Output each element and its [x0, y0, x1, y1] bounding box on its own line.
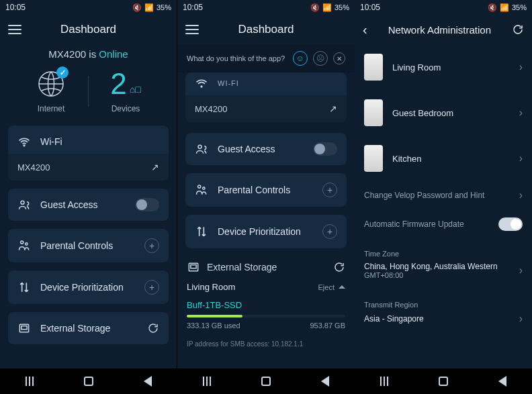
wifi-network-row[interactable]: MX4200 ↗: [8, 154, 169, 181]
menu-button[interactable]: [185, 25, 199, 34]
screen-2-dashboard-scrolled: 10:05 🔇 📶 35% Dashboard What do you thin…: [177, 0, 355, 394]
parental-label: Parental Controls: [218, 185, 290, 195]
feedback-close-button[interactable]: ✕: [333, 52, 345, 64]
feedback-prompt: What do you think of the app?: [187, 54, 287, 62]
back-button[interactable]: ‹: [363, 22, 367, 38]
eject-button[interactable]: Eject: [318, 283, 345, 291]
clock: 10:05: [360, 3, 380, 12]
node-icon: [364, 145, 383, 172]
app-header: Dashboard: [177, 15, 355, 44]
wifi-name: MX4200: [195, 104, 227, 114]
guest-access-tile[interactable]: Guest Access: [8, 189, 169, 221]
nav-home-button[interactable]: [261, 377, 271, 386]
timezone-row[interactable]: China, Hong Kong, Australia Western GMT+…: [355, 260, 532, 287]
wifi-name: MX4200: [17, 162, 50, 173]
nav-home-button[interactable]: [439, 377, 448, 386]
priority-label: Device Prioritization: [40, 282, 124, 293]
region-row[interactable]: Asia - Singapore ›: [355, 311, 532, 333]
firmware-update-row[interactable]: Automatic Firmware Update: [355, 209, 532, 239]
usage-row: 333.13 GB used 953.87 GB: [185, 317, 347, 334]
wifi-status-icon: 📶: [500, 3, 509, 12]
svg-point-7: [201, 86, 202, 87]
battery-text: 35%: [335, 3, 349, 11]
svg-rect-6: [21, 326, 27, 330]
wifi-status-icon: 📶: [322, 3, 332, 12]
timezone-offset: GMT+08:00: [364, 271, 510, 279]
device-priority-tile[interactable]: Device Prioritization +: [8, 270, 169, 304]
node-row-living-room[interactable]: Living Room ›: [355, 44, 532, 90]
priority-icon: [17, 281, 31, 294]
change-password-row[interactable]: Change Velop Password and Hint ›: [355, 181, 532, 209]
device-count: 2: [110, 69, 126, 99]
node-row-kitchen[interactable]: Kitchen ›: [355, 136, 532, 181]
refresh-icon[interactable]: [147, 322, 159, 334]
refresh-icon[interactable]: [333, 261, 345, 273]
nav-recent-button[interactable]: [203, 377, 211, 386]
feedback-bar: What do you think of the app? ☺ ☹ ✕: [177, 44, 355, 72]
nav-recent-button[interactable]: [380, 377, 388, 386]
guest-toggle[interactable]: [135, 198, 159, 211]
wifi-icon: [17, 135, 31, 148]
storage-node-row[interactable]: Living Room Eject: [185, 279, 347, 295]
menu-button[interactable]: [8, 25, 21, 34]
status-right: 🔇 📶 35%: [488, 3, 527, 12]
timezone-label: Time Zone: [355, 240, 532, 260]
nav-back-button[interactable]: [144, 376, 152, 387]
storage-icon: [187, 260, 200, 274]
clock: 10:05: [5, 3, 26, 12]
is-word: is: [89, 48, 96, 60]
nav-recent-button[interactable]: [26, 377, 34, 386]
guest-toggle[interactable]: [313, 142, 337, 156]
external-link-icon[interactable]: ↗: [329, 103, 337, 114]
internet-label: Internet: [14, 104, 88, 113]
total-text: 953.87 GB: [310, 322, 345, 330]
devices-cell[interactable]: 2 ⌂□ Devices: [89, 69, 163, 113]
status-right: 🔇 📶 35%: [132, 3, 171, 12]
wifi-tile[interactable]: Wi-Fi: [8, 126, 169, 158]
feedback-sad-button[interactable]: ☹: [313, 51, 328, 66]
page-title: Dashboard: [208, 23, 324, 36]
chevron-right-icon: ›: [519, 264, 523, 277]
device-priority-tile[interactable]: Device Prioritization +: [185, 215, 347, 248]
add-icon[interactable]: +: [322, 183, 337, 197]
internet-cell[interactable]: Internet: [14, 69, 88, 113]
screen-3-network-admin: 10:05 🔇 📶 35% ‹ Network Administration L…: [355, 0, 532, 394]
external-link-icon[interactable]: ↗: [151, 162, 159, 173]
status-bar: 10:05 🔇 📶 35%: [355, 0, 532, 15]
parental-controls-tile[interactable]: Parental Controls +: [185, 173, 347, 207]
node-name: Living Room: [187, 282, 235, 292]
change-password-label: Change Velop Password and Hint: [364, 191, 510, 200]
node-name: Guest Bedroom: [392, 108, 510, 118]
wifi-network-row[interactable]: MX4200 ↗: [185, 95, 347, 122]
add-icon[interactable]: +: [144, 238, 159, 253]
node-row-guest-bedroom[interactable]: Guest Bedroom ›: [355, 90, 532, 136]
mute-icon: 🔇: [132, 3, 142, 12]
hero: MX4200 is Online Internet 2 ⌂□ D: [0, 44, 177, 121]
guest-access-tile[interactable]: Guest Access: [185, 133, 347, 165]
refresh-icon[interactable]: [512, 23, 524, 36]
storage-card-header[interactable]: External Storage: [185, 255, 347, 279]
mute-icon: 🔇: [310, 3, 320, 12]
app-header: ‹ Network Administration: [355, 15, 532, 44]
guest-label: Guest Access: [40, 199, 98, 210]
storage-label: External Storage: [40, 323, 110, 334]
wifi-label: WI-FI: [218, 79, 239, 87]
nav-home-button[interactable]: [84, 377, 93, 386]
nav-back-button[interactable]: [321, 376, 329, 387]
check-badge-icon: [56, 66, 69, 79]
region-label: Transmit Region: [355, 291, 532, 311]
external-storage-tile[interactable]: External Storage: [8, 312, 169, 344]
drive-name[interactable]: Buff-1TB-SSD: [185, 295, 347, 315]
firmware-toggle[interactable]: [498, 217, 523, 231]
online-status: Online: [99, 48, 128, 60]
svg-point-9: [198, 185, 201, 188]
parental-controls-tile[interactable]: Parental Controls +: [8, 229, 169, 262]
node-name: Living Room: [392, 62, 510, 72]
add-icon[interactable]: +: [144, 280, 159, 295]
smb-ip: IP address for SMB access: 10.182.1.1: [185, 334, 347, 354]
add-icon[interactable]: +: [322, 224, 337, 239]
feedback-happy-button[interactable]: ☺: [293, 51, 308, 66]
page-title: Network Administration: [377, 24, 502, 36]
nav-back-button[interactable]: [498, 376, 506, 387]
external-storage-card: External Storage Living Room Eject Buff-…: [185, 255, 347, 354]
